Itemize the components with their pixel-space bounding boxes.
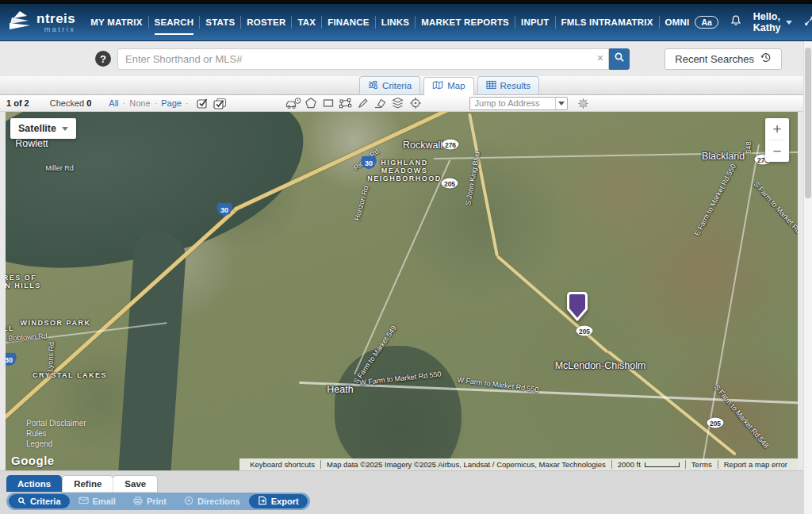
map-overlay-links: Portal Disclaimer Rules Legend	[26, 419, 86, 448]
nav-item-market-reports[interactable]: MARKET REPORTS	[416, 16, 515, 29]
nav-item-search[interactable]: SEARCH	[149, 16, 201, 29]
tab-map[interactable]: Map	[423, 77, 473, 95]
shape-circle-icon[interactable]	[303, 96, 319, 110]
directions-icon	[184, 496, 193, 507]
zoom-control: + −	[765, 118, 789, 162]
keyboard-shortcuts-link[interactable]: Keyboard shortcuts	[244, 460, 320, 469]
checked-count: Checked 0	[50, 98, 92, 108]
nav-item-tax[interactable]: TAX	[292, 16, 322, 29]
select-all-link[interactable]: All	[109, 98, 118, 108]
search-bar: ? × Recent Searches	[0, 41, 803, 76]
nav-item-stats[interactable]: STATS	[200, 16, 241, 29]
legend-link[interactable]: Legend	[26, 439, 86, 448]
history-icon	[760, 52, 772, 66]
export-button[interactable]: Export	[249, 494, 308, 508]
drive-time-icon[interactable]	[285, 96, 301, 110]
export-icon	[258, 496, 267, 507]
map-label: Rowlett	[15, 138, 48, 149]
action-buttons-row: Criteria Email Print	[6, 493, 310, 510]
tab-actions[interactable]: Actions	[6, 475, 62, 492]
map-label: WINDSOR PARK	[21, 319, 91, 327]
map-label: S John King Blvd	[464, 151, 481, 205]
tab-refine[interactable]: Refine	[62, 475, 113, 492]
ntreis-matrix-logo[interactable]: ntreis matrix	[0, 10, 85, 34]
notifications-bell-icon[interactable]	[730, 14, 742, 30]
email-button[interactable]: Email	[70, 494, 124, 508]
directions-button[interactable]: Directions	[175, 494, 249, 508]
eraser-icon[interactable]	[373, 96, 389, 110]
scrollbar-thumb[interactable]	[805, 48, 811, 198]
search-submit-button[interactable]	[609, 48, 630, 70]
logo-icon	[8, 10, 32, 34]
select-page-link[interactable]: Page	[161, 98, 182, 108]
recent-searches-button[interactable]: Recent Searches	[665, 48, 782, 70]
draw-pencil-icon[interactable]	[355, 96, 371, 110]
map-label: Ridge Rd	[352, 148, 381, 172]
map-labels: RowlettRockwallBlacklandHeathMcLendon-Ch…	[6, 112, 798, 470]
tab-save[interactable]: Save	[113, 475, 158, 492]
report-map-error-link[interactable]: Report a map error	[718, 460, 793, 469]
fullscreen-toggle-icon[interactable]	[803, 15, 812, 30]
search-icon	[614, 52, 625, 66]
map-type-control[interactable]: Satellite	[10, 118, 76, 139]
map-label: Rockwall	[403, 140, 442, 151]
map-icon	[432, 80, 443, 91]
map-label: W Farm to Market Rd 550	[457, 376, 539, 394]
nav-item-omni[interactable]: OMNI	[660, 16, 695, 29]
map-canvas[interactable]: RowlettRockwallBlacklandHeathMcLendon-Ch…	[6, 112, 798, 470]
print-button[interactable]: Print	[124, 494, 175, 508]
tab-criteria[interactable]: Criteria	[359, 76, 420, 94]
help-icon[interactable]: ?	[95, 51, 111, 67]
map-label: Lyons Rd	[46, 342, 56, 372]
check-single-icon[interactable]	[195, 96, 211, 110]
road-shield-30: 30	[216, 203, 232, 217]
font-size-button[interactable]: Aa	[695, 16, 718, 29]
shape-rectangle-icon[interactable]	[320, 96, 336, 110]
tab-results[interactable]: Results	[477, 76, 539, 94]
map-label: Heath	[327, 384, 353, 395]
jump-to-address-select[interactable]: Jump to Address	[469, 97, 568, 110]
map-label: E Farm to Market Rd 550	[693, 163, 737, 237]
map-data-credit: Map data ©2025 Imagery ©2025 Airbus, Lan…	[320, 460, 611, 469]
check-multiple-icon[interactable]	[213, 96, 228, 110]
road-shield-30: 30	[6, 353, 17, 366]
nav-menu: MY MATRIXSEARCHSTATSROSTERTAXFINANCELINK…	[85, 4, 695, 40]
layers-icon[interactable]	[390, 96, 406, 110]
road-shield-205: 205	[707, 418, 724, 428]
shape-polygon-icon[interactable]	[338, 96, 354, 110]
map-attribution-bar: Keyboard shortcuts Map data ©2025 Imager…	[239, 458, 798, 470]
nav-item-finance[interactable]: FINANCE	[322, 16, 376, 29]
view-tabs-row: Criteria Map Results	[0, 76, 803, 95]
portal-disclaimer-link[interactable]: Portal Disclaimer	[26, 419, 86, 428]
clear-search-icon[interactable]: ×	[597, 52, 603, 63]
logo-text-secondary: matrix	[36, 26, 75, 33]
map-label: S Farm to Market Rd 550	[752, 180, 798, 245]
results-table-icon	[486, 80, 496, 91]
zoom-in-button[interactable]: +	[765, 118, 789, 140]
nav-item-my-matrix[interactable]: MY MATRIX	[85, 16, 148, 29]
criteria-button[interactable]: Criteria	[9, 494, 70, 508]
zoom-out-button[interactable]: −	[765, 140, 789, 162]
map-settings-gear-icon[interactable]	[576, 96, 592, 110]
search-icon	[17, 497, 26, 507]
map-label: Miller Rd	[45, 164, 74, 172]
listing-marker-pin[interactable]	[565, 290, 589, 325]
map-label: W Farm to Market Rd 550	[359, 370, 442, 387]
proximity-target-icon[interactable]	[408, 96, 423, 110]
rules-link[interactable]: Rules	[26, 429, 86, 438]
nav-item-input[interactable]: INPUT	[515, 16, 556, 29]
nav-item-roster[interactable]: ROSTER	[241, 16, 292, 29]
map-scale: 2000 ft	[611, 460, 685, 469]
map-label: RES OF RN HILLS	[6, 274, 41, 290]
user-greeting[interactable]: Hello, Kathy	[753, 11, 792, 33]
nav-item-links[interactable]: LINKS	[376, 16, 416, 29]
terms-link[interactable]: Terms	[685, 460, 718, 469]
printer-icon	[133, 497, 143, 507]
nav-right-cluster: Aa Hello, Kathy	[695, 11, 812, 33]
bottom-action-bar: Actions Refine Save Criteria Email	[0, 470, 803, 514]
nav-item-fmls-intramatrix[interactable]: FMLS INTRAMATRIX	[556, 16, 660, 29]
page-scrollbar[interactable]	[803, 41, 812, 514]
search-input[interactable]	[117, 48, 609, 70]
select-none-link[interactable]: None	[129, 98, 150, 108]
road-shield-276: 276	[442, 140, 459, 150]
